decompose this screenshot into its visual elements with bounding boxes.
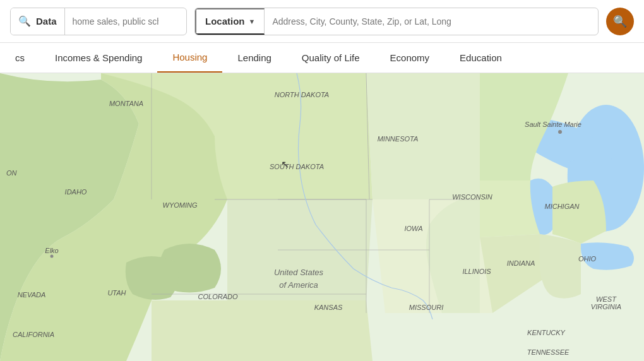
svg-text:MISSOURI: MISSOURI	[409, 304, 443, 311]
data-input[interactable]	[65, 16, 166, 27]
location-input[interactable]	[265, 16, 598, 27]
svg-text:Elko: Elko	[45, 247, 58, 254]
nav-bar: cs Incomes & Spending Housing Lending Qu…	[0, 43, 644, 73]
svg-text:OHIO: OHIO	[578, 255, 597, 263]
svg-text:WEST: WEST	[596, 295, 617, 303]
nav-item-incomes-spending[interactable]: Incomes & Spending	[40, 43, 157, 73]
svg-text:ILLINOIS: ILLINOIS	[462, 268, 491, 275]
svg-point-13	[558, 130, 562, 134]
svg-text:ON: ON	[6, 169, 17, 177]
svg-text:WYOMING: WYOMING	[163, 201, 198, 209]
svg-text:IDAHO: IDAHO	[65, 188, 87, 196]
location-section: Location ▼	[194, 8, 599, 35]
search-button[interactable]: 🔍	[606, 8, 634, 35]
svg-text:SOUTH DAKOTA: SOUTH DAKOTA	[270, 163, 324, 170]
svg-text:NEVADA: NEVADA	[18, 291, 46, 299]
svg-text:INDIANA: INDIANA	[507, 259, 535, 267]
svg-text:MONTANA: MONTANA	[109, 100, 143, 107]
header: 🔍 Data Location ▼ 🔍	[0, 0, 644, 43]
data-label: Data	[36, 16, 57, 27]
svg-text:KENTUCKY: KENTUCKY	[527, 329, 566, 336]
search-icon: 🔍	[613, 15, 627, 28]
svg-text:CALIFORNIA: CALIFORNIA	[13, 331, 54, 338]
svg-text:Sault Sainte Marie: Sault Sainte Marie	[525, 121, 581, 128]
nav-item-quality-of-life[interactable]: Quality of Life	[287, 43, 375, 73]
nav-item-education[interactable]: Education	[444, 43, 517, 73]
location-label: Location	[205, 16, 245, 27]
svg-text:MICHIGAN: MICHIGAN	[545, 203, 580, 210]
svg-text:of America: of America	[279, 280, 318, 290]
nav-item-cs[interactable]: cs	[0, 43, 40, 73]
chevron-down-icon: ▼	[249, 18, 256, 25]
search-icon: 🔍	[18, 15, 31, 27]
svg-text:VIRGINIA: VIRGINIA	[591, 303, 621, 311]
svg-text:TENNESSEE: TENNESSEE	[527, 348, 569, 356]
map-container[interactable]: ↖ MONTANA NORTH DAKOTA MINNESOTA SOUTH D…	[0, 73, 644, 361]
nav-item-economy[interactable]: Economy	[375, 43, 445, 73]
nav-item-lending[interactable]: Lending	[222, 43, 286, 73]
svg-text:COLORADO: COLORADO	[198, 293, 238, 300]
svg-text:KANSAS: KANSAS	[314, 304, 343, 311]
map-svg: ↖ MONTANA NORTH DAKOTA MINNESOTA SOUTH D…	[0, 73, 644, 361]
svg-text:United States: United States	[274, 268, 324, 277]
svg-text:NORTH DAKOTA: NORTH DAKOTA	[275, 91, 329, 98]
svg-text:UTAH: UTAH	[107, 289, 126, 297]
nav-item-housing[interactable]: Housing	[157, 43, 222, 73]
location-button[interactable]: Location ▼	[195, 8, 265, 35]
svg-point-40	[51, 255, 54, 258]
svg-text:IOWA: IOWA	[404, 225, 422, 232]
search-data-label: 🔍 Data	[11, 8, 65, 35]
svg-text:MINNESOTA: MINNESOTA	[378, 135, 419, 143]
data-search-section: 🔍 Data	[10, 8, 187, 35]
svg-text:WISCONSIN: WISCONSIN	[452, 193, 492, 201]
